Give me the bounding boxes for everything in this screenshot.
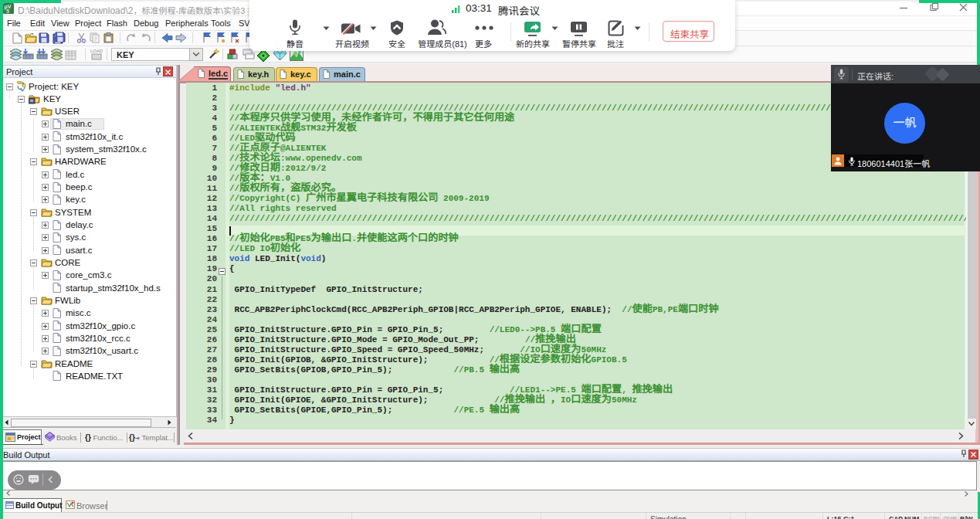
svg-text:LOAD: LOAD [90,49,103,53]
svg-text:5: 5 [6,8,9,14]
